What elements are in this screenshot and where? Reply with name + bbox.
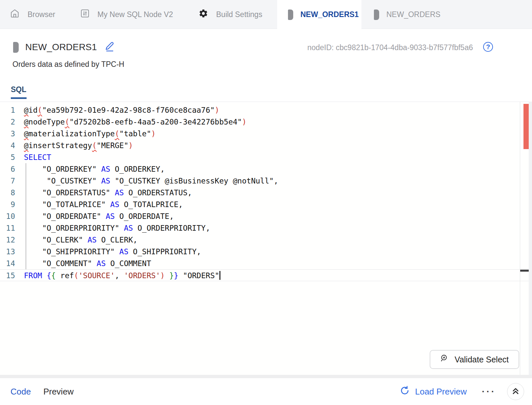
code-text: FROM {{ ref('SOURCE', 'ORDERS') }} "ORDE… xyxy=(15,270,220,281)
line-number: 5 xyxy=(0,151,15,163)
code-line[interactable]: 1@id("ea59b792-01e9-42a2-98c8-f760ce8caa… xyxy=(0,104,532,116)
load-preview-button[interactable]: Load Preview xyxy=(400,386,467,398)
code-text: @insertStrategy("MERGE") xyxy=(15,140,133,151)
code-line[interactable]: 3@materializationType("table") xyxy=(0,128,532,140)
code-text: "O_ORDERPRIORITY" AS O_ORDERPRIORITY, xyxy=(15,222,210,234)
nav-browser[interactable]: Browser xyxy=(10,0,55,29)
code-line[interactable]: 6 "O_ORDERKEY" AS O_ORDERKEY, xyxy=(0,163,532,175)
refresh-icon xyxy=(400,386,410,398)
node-chip-icon xyxy=(288,10,293,20)
bottom-bar: Code Preview Load Preview ··· xyxy=(0,378,532,405)
collapse-panel-button[interactable] xyxy=(507,383,524,400)
code-line[interactable]: 14 "O_COMMENT" AS O_COMMENT xyxy=(0,258,532,269)
nav-sql-node-label: My New SQL Node V2 xyxy=(97,10,173,19)
nav-browser-label: Browser xyxy=(28,10,55,19)
code-line[interactable]: 11 "O_ORDERPRIORITY" AS O_ORDERPRIORITY, xyxy=(0,222,532,234)
code-line[interactable]: 9 "O_TOTALPRICE" AS O_TOTALPRICE, xyxy=(0,199,532,210)
code-line[interactable]: 7 "O_CUSTKEY" AS "O_CUSTKEY @isBusinessK… xyxy=(0,175,532,187)
node-id-label: nodeID: cbc9821b-1704-4dba-9033-b7f577fb… xyxy=(307,43,473,52)
line-number: 13 xyxy=(0,246,15,258)
code-line[interactable]: 10 "O_ORDERDATE" AS O_ORDERDATE, xyxy=(0,210,532,222)
tab-sql[interactable]: SQL xyxy=(11,85,27,99)
validate-select-button[interactable]: Validate Select xyxy=(430,350,519,369)
node-chip-icon xyxy=(13,42,19,53)
scrollbar-track[interactable] xyxy=(529,102,532,375)
tab-new-orders1[interactable]: NEW_ORDERS1 xyxy=(277,0,361,29)
indent-guide xyxy=(26,163,26,269)
code-text: "O_CLERK" AS O_CLERK, xyxy=(15,234,137,246)
footer-tab-preview[interactable]: Preview xyxy=(43,387,73,397)
load-preview-label: Load Preview xyxy=(415,387,467,397)
line-number: 10 xyxy=(0,210,15,222)
page-title: NEW_ORDERS1 xyxy=(25,42,97,52)
node-chip-icon xyxy=(374,10,379,20)
line-number: 14 xyxy=(0,258,15,269)
code-text: @nodeType("d75202b8-eefb-4aa5-a200-3e422… xyxy=(15,116,247,128)
cursor-marker xyxy=(520,270,529,272)
line-number: 7 xyxy=(0,175,15,187)
code-line[interactable]: 2@nodeType("d75202b8-eefb-4aa5-a200-3e42… xyxy=(0,116,532,128)
node-editor-panel: NEW_ORDERS1 Orders data as defined by TP… xyxy=(0,29,532,375)
code-text: "O_TOTALPRICE" AS O_TOTALPRICE, xyxy=(15,199,183,210)
error-marker xyxy=(523,104,529,149)
line-number: 4 xyxy=(0,140,15,151)
code-text: "O_ORDERKEY" AS O_ORDERKEY, xyxy=(15,163,165,175)
code-text: "O_SHIPPRIORITY" AS O_SHIPPRIORITY, xyxy=(15,246,201,258)
line-number: 15 xyxy=(0,270,15,281)
panel-divider xyxy=(0,375,532,378)
line-number: 1 xyxy=(0,104,15,116)
tab-new-orders-label: NEW_ORDERS xyxy=(386,10,440,19)
line-number: 8 xyxy=(0,187,15,199)
code-text: "O_ORDERDATE" AS O_ORDERDATE, xyxy=(15,210,174,222)
validate-icon xyxy=(440,354,449,365)
code-line[interactable]: 13 "O_SHIPPRIORITY" AS O_SHIPPRIORITY, xyxy=(0,246,532,258)
sliders-icon xyxy=(80,9,90,20)
tab-active-indicator xyxy=(11,97,27,99)
code-text: "O_COMMENT" AS O_COMMENT xyxy=(15,258,151,269)
line-number: 11 xyxy=(0,222,15,234)
double-chevron-up-icon xyxy=(511,386,520,397)
code-line[interactable]: 15FROM {{ ref('SOURCE', 'ORDERS') }} "OR… xyxy=(0,269,532,281)
tab-sql-label: SQL xyxy=(11,85,27,94)
footer-tab-code[interactable]: Code xyxy=(10,387,31,397)
overview-ruler xyxy=(520,102,529,375)
gear-icon xyxy=(198,9,208,20)
line-number: 2 xyxy=(0,116,15,128)
nav-sql-node[interactable]: My New SQL Node V2 xyxy=(80,0,173,29)
code-text: @materializationType("table") xyxy=(15,128,156,140)
line-number: 9 xyxy=(0,199,15,210)
nav-build-settings[interactable]: Build Settings xyxy=(198,0,262,29)
top-toolbar: Browser My New SQL Node V2 Build Setting… xyxy=(0,0,532,29)
code-line[interactable]: 12 "O_CLERK" AS O_CLERK, xyxy=(0,234,532,246)
code-text: SELECT xyxy=(15,151,51,163)
code-text: "O_ORDERSTATUS" AS O_ORDERSTATUS, xyxy=(15,187,192,199)
tab-new-orders1-label: NEW_ORDERS1 xyxy=(300,10,359,19)
node-description: Orders data as defined by TPC-H xyxy=(12,60,124,69)
code-line[interactable]: 8 "O_ORDERSTATUS" AS O_ORDERSTATUS, xyxy=(0,187,532,199)
more-options-icon[interactable]: ··· xyxy=(482,386,496,397)
home-icon xyxy=(10,9,20,20)
code-lines: 1@id("ea59b792-01e9-42a2-98c8-f760ce8caa… xyxy=(0,102,532,281)
sql-editor[interactable]: 1@id("ea59b792-01e9-42a2-98c8-f760ce8caa… xyxy=(0,102,532,375)
nav-build-settings-label: Build Settings xyxy=(216,10,262,19)
line-number: 6 xyxy=(0,163,15,175)
text-cursor xyxy=(219,271,220,280)
edit-name-icon[interactable] xyxy=(105,41,114,53)
tab-new-orders[interactable]: NEW_ORDERS xyxy=(361,0,446,29)
code-text: "O_CUSTKEY" AS "O_CUSTKEY @isBusinessKey… xyxy=(15,175,278,187)
validate-select-label: Validate Select xyxy=(455,355,509,364)
line-number: 3 xyxy=(0,128,15,140)
line-number: 12 xyxy=(0,234,15,246)
code-text: @id("ea59b792-01e9-42a2-98c8-f760ce8caa7… xyxy=(15,104,219,116)
help-icon[interactable]: ? xyxy=(483,42,493,52)
code-line[interactable]: 4@insertStrategy("MERGE") xyxy=(0,140,532,151)
code-line[interactable]: 5SELECT xyxy=(0,151,532,163)
